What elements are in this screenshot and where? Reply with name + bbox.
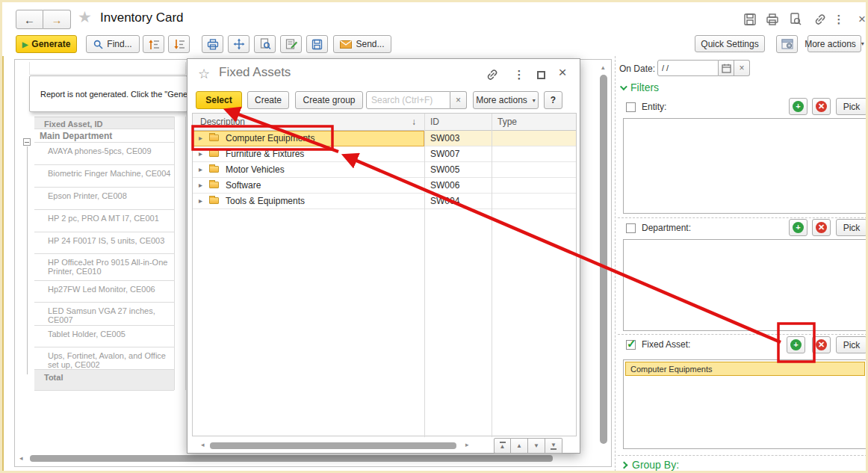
scroll-left-icon[interactable]: ◂ [19, 455, 23, 462]
horizontal-scrollbar[interactable]: ◂ [18, 454, 597, 463]
table-row[interactable]: ▸ Furniture & Fixtures SW007 [193, 146, 576, 162]
department-pick-button[interactable]: Pick [836, 219, 867, 236]
group-by-section-header[interactable]: Group By: [621, 459, 679, 471]
generate-button[interactable]: ▶ Generate [16, 35, 77, 53]
scroll-right-icon[interactable]: ▸ [465, 442, 469, 448]
report-row[interactable]: Hp27FW Led Monitor, CE006 [34, 281, 174, 303]
fixed-asset-remove-button[interactable]: ✕ [812, 336, 831, 353]
create-button[interactable]: Create [247, 91, 289, 109]
find-button[interactable]: Find... [86, 35, 140, 53]
collapse-minus-icon[interactable] [23, 138, 31, 146]
save-icon[interactable] [742, 12, 758, 27]
column-divider [185, 117, 186, 390]
department-list[interactable] [623, 239, 867, 331]
select-button[interactable]: Select [196, 91, 242, 109]
entity-checkbox[interactable] [626, 102, 636, 112]
fixed-asset-list[interactable]: Computer Equipments [623, 359, 867, 449]
preview-icon[interactable] [787, 12, 804, 27]
print-button[interactable] [202, 35, 223, 53]
horizontal-scroll-thumb[interactable] [30, 455, 553, 462]
report-row[interactable]: HP OfficeJet Pro 9015 All-in-One Printer… [34, 254, 174, 281]
report-column-header: Fixed Asset, ID [34, 117, 174, 129]
table-row[interactable]: ▸ Motor Vehicles SW005 [193, 162, 576, 178]
report-settings-button[interactable] [776, 35, 798, 53]
search-input[interactable] [366, 91, 450, 109]
calendar-button[interactable] [719, 60, 734, 76]
close-window-icon[interactable]: × [854, 12, 868, 27]
collapse-groups-button[interactable] [143, 35, 164, 53]
print-icon[interactable] [764, 12, 781, 27]
report-row[interactable]: HP 2 pc, PRO A MT I7, CE001 [34, 210, 174, 232]
filters-section-header[interactable]: Filters [620, 81, 659, 93]
fit-width-button[interactable] [228, 35, 249, 53]
entity-remove-button[interactable]: ✕ [812, 98, 831, 115]
selected-filter-item[interactable]: Computer Equipments [625, 362, 865, 376]
calendar-icon [722, 64, 731, 73]
entity-pick-button[interactable]: Pick [836, 98, 867, 115]
report-row[interactable]: Epson Printer, CE008 [34, 188, 174, 210]
close-dialog-icon[interactable]: × [555, 65, 570, 80]
quick-settings-button[interactable]: Quick Settings [695, 35, 765, 52]
report-row[interactable]: HP 24 F0017 IS, 5 units, CE003 [34, 232, 174, 254]
create-group-button[interactable]: Create group [295, 91, 363, 109]
help-button[interactable]: ? [544, 91, 562, 109]
expand-triangle-icon[interactable]: ▸ [199, 181, 202, 189]
expand-triangle-icon[interactable]: ▸ [199, 134, 202, 142]
go-previous-button[interactable]: ▲ [511, 438, 528, 454]
expand-groups-button[interactable] [168, 35, 190, 53]
print-preview-button[interactable] [254, 35, 276, 53]
plus-circle-icon: + [790, 339, 802, 350]
go-next-button[interactable]: ▼ [528, 438, 545, 454]
expand-triangle-icon[interactable]: ▸ [199, 149, 202, 158]
report-row[interactable]: AVAYA phones-5pcs, CE009 [34, 143, 174, 165]
table-row[interactable]: ▸ Software SW006 [193, 178, 576, 194]
expand-triangle-icon[interactable]: ▸ [199, 165, 202, 173]
save-result-button[interactable] [306, 35, 328, 53]
report-row[interactable]: Tablet Holder, CE005 [34, 326, 174, 347]
on-date-input[interactable] [657, 60, 719, 76]
send-button[interactable]: Send... [333, 35, 391, 53]
dialog-horizontal-scrollbar[interactable]: ◂ ▸ ▲ ▲ ▼ ▼ [192, 436, 577, 454]
report-row[interactable]: LED Samsun VGA 27 inches, CE007 [34, 303, 174, 326]
fixed-asset-checkbox[interactable]: ✓ [626, 340, 636, 350]
expand-triangle-icon[interactable]: ▸ [199, 197, 202, 205]
go-last-button[interactable]: ▼ [545, 438, 562, 454]
department-remove-button[interactable]: ✕ [812, 219, 831, 236]
link-icon[interactable] [485, 67, 500, 82]
vertical-scroll-thumb[interactable] [600, 75, 607, 444]
forward-button[interactable]: → [43, 10, 71, 29]
table-row[interactable]: ▸ Tools & Equipments SW004 [193, 194, 576, 209]
edit-document-button[interactable] [280, 35, 302, 53]
type-column-header[interactable]: Type [497, 117, 517, 127]
entity-list[interactable] [623, 118, 867, 214]
department-checkbox[interactable] [626, 223, 636, 233]
department-add-button[interactable]: + [789, 219, 807, 236]
report-row[interactable]: Biometric Finger Machine, CE004 [34, 165, 174, 188]
clear-date-button[interactable]: × [734, 60, 750, 76]
id-column-header[interactable]: ID [430, 117, 439, 127]
vertical-scrollbar[interactable]: ▴ [599, 61, 609, 465]
favorite-star-icon[interactable]: ☆ [198, 66, 210, 82]
back-button[interactable]: ← [16, 10, 43, 29]
report-toolbar: ▶ Generate Find... Send... [2, 34, 866, 56]
link-icon[interactable] [812, 12, 828, 27]
fixed-asset-add-button[interactable]: + [787, 336, 805, 353]
more-menu-icon[interactable]: ⋮ [512, 67, 527, 82]
fixed-asset-pick-button[interactable]: Pick [836, 336, 867, 353]
sort-descending-icon[interactable]: ↓ [412, 117, 416, 127]
maximize-icon[interactable] [533, 67, 548, 82]
more-actions-button[interactable]: More actions▾ [807, 35, 861, 52]
scroll-left-icon[interactable]: ◂ [201, 442, 205, 448]
favorite-star-icon[interactable]: ★ [78, 8, 92, 26]
scroll-up-icon[interactable]: ▴ [601, 64, 605, 71]
dialog-scroll-thumb[interactable] [210, 442, 456, 449]
description-column-header[interactable]: Description [200, 117, 245, 127]
entity-add-button[interactable]: + [789, 98, 807, 115]
dialog-more-actions-button[interactable]: More actions▾ [473, 91, 539, 109]
report-row[interactable]: Ups, Fortinet, Avalon, and Office set up… [34, 347, 174, 370]
go-first-button[interactable]: ▲ [494, 438, 511, 454]
table-row[interactable]: ▸ Computer Equipments SW003 [193, 131, 576, 146]
check-icon: ✓ [627, 337, 636, 350]
clear-search-button[interactable]: × [450, 91, 467, 109]
more-menu-icon[interactable]: ⋮ [834, 12, 843, 27]
